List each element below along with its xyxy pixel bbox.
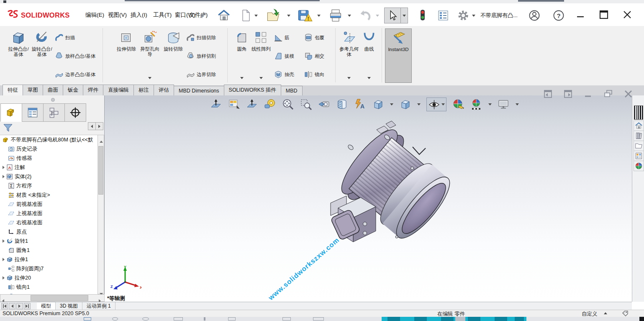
draft-button[interactable]: 拔模	[274, 47, 300, 65]
view-orientation-icon[interactable]	[372, 98, 384, 110]
tab-motion-study-1[interactable]: 运动算例 1	[82, 302, 115, 310]
revolved-boss-button[interactable]: 旋转凸台/基体	[30, 28, 54, 82]
mirror-button[interactable]: 镜向	[304, 65, 332, 84]
file-properties-button[interactable]	[437, 9, 449, 22]
tab-markup[interactable]: 标注	[133, 85, 154, 95]
edit-appearance-icon[interactable]	[452, 98, 464, 110]
next-document-button[interactable]	[563, 89, 573, 99]
menu-window[interactable]: 窗口(W)	[175, 11, 195, 19]
tree-item-right-plane[interactable]: 右视基准面	[0, 218, 97, 227]
apply-scene-icon[interactable]	[470, 98, 482, 110]
motor-model[interactable]	[314, 114, 481, 261]
measure-icon[interactable]	[264, 98, 276, 110]
tree-item-material[interactable]: 材质 <未指定>	[0, 190, 97, 200]
hole-wizard-button[interactable]: 异型孔向导	[138, 28, 162, 82]
tab-dimxpert-manager[interactable]	[64, 103, 86, 122]
shell-button[interactable]: 抽壳	[274, 65, 300, 84]
menu-view[interactable]: 视图(V)	[108, 11, 127, 19]
panel-splitter-handle[interactable]	[51, 98, 55, 102]
pin-menu-icon[interactable]	[199, 11, 207, 18]
task-pane-file-explorer-tab[interactable]	[634, 141, 644, 151]
units-dropdown-arrow[interactable]	[604, 312, 607, 314]
tree-item-front-plane[interactable]: 前视基准面	[0, 200, 97, 209]
close-button[interactable]	[621, 9, 634, 20]
task-pane-appearances-tab[interactable]	[634, 161, 644, 171]
tab-sketch[interactable]: 草图	[23, 85, 43, 95]
view-layout-icon[interactable]	[228, 98, 240, 110]
new-document-dropdown[interactable]	[254, 15, 258, 17]
previous-tab-button[interactable]	[9, 303, 15, 309]
minimize-button[interactable]	[574, 9, 587, 20]
tree-item-mirror1[interactable]: 镜向1	[0, 282, 97, 292]
tree-item-fillet1[interactable]: 圆角1	[0, 246, 97, 255]
tab-3d-views[interactable]: 3D 视图	[56, 302, 82, 310]
task-pane-resources-tab[interactable]	[634, 121, 644, 131]
scrollbar-thumb[interactable]	[31, 295, 88, 301]
curves-dropdown[interactable]	[367, 77, 371, 79]
user-account-button[interactable]	[528, 9, 541, 22]
tree-item-history[interactable]: 历史记录	[0, 144, 97, 154]
curves-button[interactable]: 曲线	[359, 28, 379, 82]
print-dropdown[interactable]	[348, 15, 351, 17]
tab-feature-tree[interactable]	[0, 103, 22, 122]
task-pane-design-library-tab[interactable]	[634, 131, 644, 141]
view-plane-icon[interactable]	[246, 98, 258, 110]
view-orientation-dropdown[interactable]	[390, 103, 393, 105]
lofted-boss-button[interactable]: 放样凸台/基体	[54, 47, 100, 65]
hide-show-items-dropdown[interactable]	[441, 103, 445, 105]
normal-to-icon[interactable]	[210, 98, 222, 110]
tab-mbd[interactable]: MBD	[281, 86, 303, 95]
open-dropdown[interactable]	[287, 15, 290, 17]
display-style-icon[interactable]	[399, 98, 411, 110]
options-dropdown[interactable]	[472, 15, 475, 17]
select-tool-dropdown[interactable]	[403, 15, 406, 17]
zoom-fit-icon[interactable]	[282, 98, 294, 110]
tab-mbd-dimensions[interactable]: MBD Dimensions	[174, 86, 224, 95]
reference-geometry-button[interactable]: 参考几何体	[339, 28, 359, 82]
select-tool-button[interactable]	[384, 8, 408, 23]
tree-horizontal-scrollbar[interactable]	[0, 294, 105, 302]
save-dropdown[interactable]	[317, 15, 321, 17]
hole-wizard-dropdown[interactable]	[148, 77, 151, 79]
tab-weldments[interactable]: 焊件	[83, 85, 103, 95]
help-button[interactable]: ?	[552, 9, 565, 22]
tree-item-solid-bodies[interactable]: 实体(2)	[0, 172, 97, 181]
tag-icon[interactable]	[622, 310, 629, 317]
scroll-up-arrow[interactable]	[100, 137, 103, 144]
display-style-dropdown[interactable]	[417, 103, 421, 105]
instant3d-button[interactable]: Instant3D	[385, 28, 412, 83]
swept-cut-button[interactable]: 扫描切除	[186, 28, 224, 47]
revolved-cut-button[interactable]: 旋转切除	[162, 28, 185, 82]
fillet-dropdown[interactable]	[240, 77, 244, 79]
section-view-icon[interactable]	[336, 98, 348, 110]
wrap-button[interactable]: 包覆	[304, 28, 332, 47]
tab-evaluate[interactable]: 评估	[154, 85, 174, 95]
boundary-boss-button[interactable]: 边界凸台/基体	[54, 65, 100, 84]
tab-property-manager[interactable]	[22, 103, 44, 122]
previous-document-button[interactable]	[543, 89, 553, 99]
options-gear-button[interactable]	[456, 8, 470, 23]
apply-scene-dropdown[interactable]	[488, 103, 492, 105]
tab-direct-editing[interactable]: 直接编辑	[103, 85, 134, 95]
fillet-button[interactable]: 圆角	[233, 28, 251, 82]
tree-item-top-plane[interactable]: 上视基准面	[0, 209, 97, 218]
linear-pattern-dropdown[interactable]	[259, 77, 263, 79]
last-tab-button[interactable]	[24, 303, 31, 309]
panel-scroll-left-button[interactable]	[88, 122, 96, 130]
task-pane-view-palette-tab[interactable]	[634, 151, 644, 161]
rib-button[interactable]: 筋	[274, 28, 300, 47]
graphics-viewport[interactable]: A	[105, 95, 632, 302]
new-document-button[interactable]	[239, 9, 252, 22]
maximize-button[interactable]	[598, 9, 610, 20]
menu-tools[interactable]: 工具(T)	[153, 11, 172, 19]
tab-features[interactable]: 特征	[3, 85, 23, 95]
undo-button[interactable]	[357, 8, 372, 23]
tree-item-sensors[interactable]: 传感器	[0, 154, 97, 163]
boundary-cut-button[interactable]: 边界切除	[186, 65, 224, 84]
tree-item-circular-pattern7[interactable]: 阵列(圆周)7	[0, 264, 97, 273]
view-settings-icon[interactable]	[498, 98, 510, 110]
tab-sheet-metal[interactable]: 钣金	[63, 85, 83, 95]
restore-document-button[interactable]	[603, 89, 613, 99]
tree-item-origin[interactable]: 原点	[0, 227, 97, 236]
first-tab-button[interactable]	[1, 303, 8, 309]
